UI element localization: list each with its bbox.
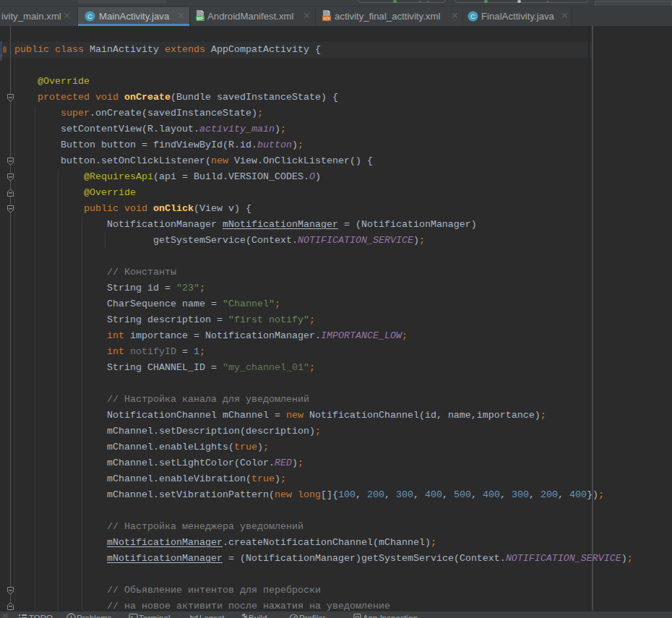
svg-text:</>: </> (323, 16, 330, 21)
svg-text:C: C (87, 12, 92, 20)
svg-text:MF: MF (197, 16, 203, 21)
svg-text:C: C (470, 12, 475, 20)
